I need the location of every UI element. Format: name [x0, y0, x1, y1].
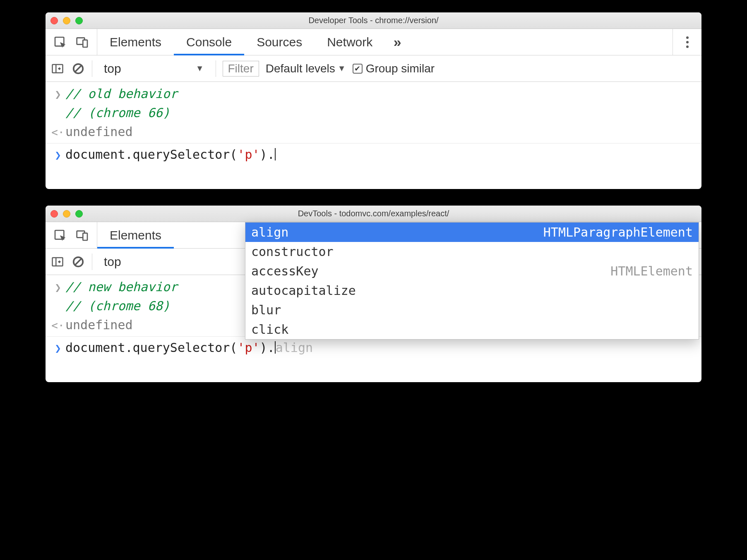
- more-menu-icon[interactable]: [673, 29, 701, 55]
- ac-hint: HTMLElement: [610, 264, 693, 278]
- inspect-icon[interactable]: [53, 228, 67, 242]
- devtools-toolbar: Elements align HTMLParagraphElement cons…: [46, 222, 701, 249]
- output-marker-icon: <·: [50, 123, 65, 140]
- close-icon[interactable]: [50, 210, 58, 218]
- autocomplete-item[interactable]: click: [245, 320, 699, 339]
- input-marker-icon: ❯: [50, 278, 65, 295]
- tab-console[interactable]: Console: [174, 29, 244, 55]
- inspect-icon[interactable]: [53, 35, 67, 49]
- context-selector[interactable]: top: [99, 255, 126, 269]
- ac-name: autocapitalize: [251, 283, 356, 298]
- ac-name: constructor: [251, 244, 334, 259]
- console-prompt-line[interactable]: document.querySelector('p').: [65, 146, 701, 163]
- console-comment: // new behavior: [65, 280, 178, 294]
- console-filterbar: top ▼ Filter Default levels ▼ ✔ Group si…: [46, 55, 701, 82]
- zoom-icon[interactable]: [75, 17, 83, 24]
- input-marker-icon: ❯: [50, 85, 65, 102]
- clear-console-icon[interactable]: [71, 62, 85, 76]
- console-result: undefined: [65, 124, 133, 139]
- tab-sources[interactable]: Sources: [244, 29, 315, 55]
- prompt-marker-icon: ❯: [50, 339, 65, 356]
- filter-input[interactable]: Filter: [223, 61, 259, 77]
- ac-name: blur: [251, 303, 281, 317]
- devtools-window-2: DevTools - todomvc.com/examples/react/ E…: [46, 206, 701, 382]
- autocomplete-item[interactable]: accessKey HTMLElement: [245, 261, 699, 281]
- minimize-icon[interactable]: [63, 210, 70, 218]
- tab-elements[interactable]: Elements: [97, 222, 174, 248]
- console-comment: // old behavior: [65, 86, 178, 101]
- output-marker-icon: <·: [50, 316, 65, 333]
- group-similar-label: Group similar: [366, 62, 435, 75]
- autocomplete-item[interactable]: align HTMLParagraphElement: [245, 223, 699, 242]
- console-sidebar-toggle-icon[interactable]: [50, 62, 65, 76]
- prompt-marker-icon: ❯: [50, 146, 65, 163]
- titlebar: DevTools - todomvc.com/examples/react/: [46, 206, 701, 222]
- ac-name: click: [251, 322, 288, 337]
- ghost-completion: align: [276, 340, 313, 355]
- chevron-down-icon: ▼: [196, 64, 204, 73]
- console-comment: // (chrome 66): [65, 105, 170, 120]
- console-sidebar-toggle-icon[interactable]: [50, 255, 65, 269]
- titlebar: Developer Tools - chrome://version/: [46, 12, 701, 29]
- ac-name: align: [251, 225, 288, 239]
- tab-elements[interactable]: Elements: [97, 29, 174, 55]
- autocomplete-popup: align HTMLParagraphElement constructor a…: [245, 222, 699, 340]
- svg-rect-7: [83, 233, 87, 240]
- autocomplete-item[interactable]: blur: [245, 300, 699, 320]
- svg-rect-8: [53, 258, 63, 266]
- device-icon[interactable]: [75, 35, 89, 49]
- checkbox-checked-icon: ✔: [353, 64, 363, 74]
- svg-rect-2: [83, 40, 87, 47]
- tabs-overflow-icon[interactable]: »: [385, 29, 410, 55]
- context-label: top: [104, 62, 121, 76]
- traffic-lights: [50, 210, 83, 218]
- tab-network[interactable]: Network: [315, 29, 385, 55]
- svg-rect-3: [53, 65, 63, 73]
- close-icon[interactable]: [50, 17, 58, 24]
- levels-label: Default levels: [266, 62, 335, 75]
- devtools-toolbar: Elements Console Sources Network »: [46, 29, 701, 55]
- console-prompt-line[interactable]: document.querySelector('p').align: [65, 339, 701, 357]
- ac-name: accessKey: [251, 264, 319, 278]
- group-similar-checkbox[interactable]: ✔ Group similar: [353, 62, 435, 75]
- window-title: Developer Tools - chrome://version/: [46, 16, 701, 25]
- clear-console-icon[interactable]: [71, 255, 85, 269]
- autocomplete-item[interactable]: constructor: [245, 242, 699, 261]
- devtools-window-1: Developer Tools - chrome://version/ Elem…: [46, 12, 701, 189]
- device-icon[interactable]: [75, 228, 89, 242]
- text-cursor: [275, 148, 276, 160]
- console-result: undefined: [65, 318, 133, 332]
- chevron-down-icon: ▼: [338, 64, 346, 73]
- zoom-icon[interactable]: [75, 210, 83, 218]
- log-levels-selector[interactable]: Default levels ▼: [266, 62, 346, 75]
- console-comment: // (chrome 68): [65, 299, 170, 313]
- context-selector[interactable]: top ▼: [99, 62, 209, 76]
- ac-hint: HTMLParagraphElement: [543, 225, 693, 239]
- window-title: DevTools - todomvc.com/examples/react/: [46, 209, 701, 218]
- console-body[interactable]: ❯ // old behavior // (chrome 66) <· unde…: [46, 82, 701, 189]
- autocomplete-item[interactable]: autocapitalize: [245, 281, 699, 300]
- context-label: top: [104, 255, 121, 269]
- traffic-lights: [50, 17, 83, 24]
- minimize-icon[interactable]: [63, 17, 70, 24]
